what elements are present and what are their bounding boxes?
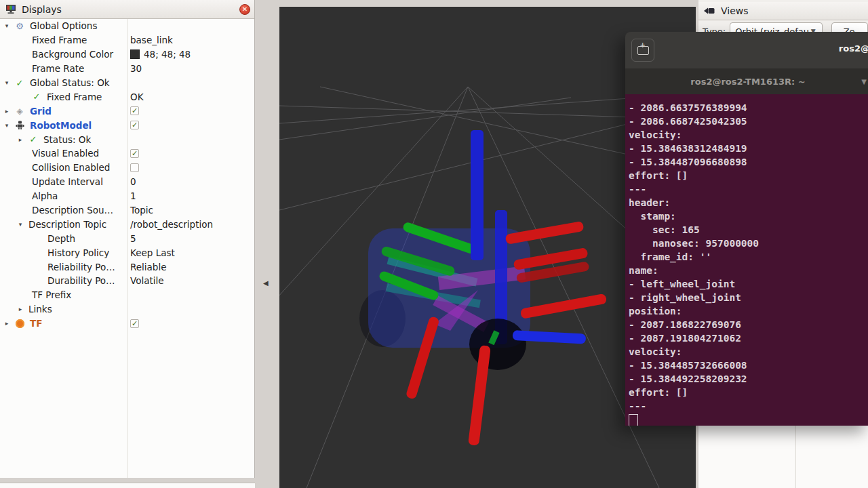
terminal-line: - left_wheel_joint	[629, 277, 868, 291]
property-value[interactable]: base_link	[130, 33, 173, 47]
views-camera-icon	[704, 7, 715, 15]
tree-column-divider[interactable]	[127, 19, 128, 478]
rviz-window: Displays ✕ ⚙ Global Options Fixed Frame …	[0, 0, 868, 488]
property-value[interactable]: /robot_description	[130, 217, 213, 231]
bottom-panel-edge	[0, 483, 255, 488]
expand-arrow-icon[interactable]	[3, 79, 11, 86]
property-name: Status: Ok	[43, 134, 91, 145]
expand-arrow-icon[interactable]	[3, 108, 11, 115]
tf-icon	[14, 319, 26, 328]
terminal-line: frame_id: ''	[629, 250, 868, 264]
property-value[interactable]: 48; 48; 48	[130, 47, 191, 62]
expand-arrow-icon[interactable]	[16, 221, 24, 228]
property-name: Visual Enabled	[32, 148, 99, 159]
property-name: History Policy	[47, 247, 109, 258]
z-axis-blue	[471, 130, 484, 260]
property-name: Fixed Frame	[47, 92, 102, 102]
property-value[interactable]: 30	[130, 62, 142, 76]
panel-gutter	[255, 0, 279, 488]
terminal-line: - 2087.191804271062	[629, 331, 868, 345]
expand-arrow-icon[interactable]	[16, 306, 24, 312]
property-name: Update Interval	[32, 176, 103, 187]
terminal-line: effort: []	[629, 169, 868, 182]
color-swatch	[130, 49, 140, 59]
property-name: Frame Rate	[32, 63, 84, 74]
expand-arrow-icon[interactable]	[3, 122, 11, 129]
property-name: Collision Enabled	[32, 162, 110, 173]
property-name: Fixed Frame	[32, 35, 87, 45]
property-value[interactable]: 5	[130, 231, 136, 245]
terminal-window: ros2@ ros2@ros2-TM1613R: ~ ▼ - 2086.6637…	[625, 32, 868, 426]
terminal-line: stamp:	[629, 209, 868, 223]
right-wheel	[469, 319, 526, 370]
viewport-top-margin	[279, 0, 698, 7]
terminal-line: nanosec: 957000000	[629, 237, 868, 250]
terminal-output[interactable]: - 2086.6637576389994 - 2086.668742504230…	[625, 94, 868, 426]
collision-enabled-checkbox[interactable]	[130, 161, 139, 175]
property-name: TF Prefix	[32, 289, 71, 300]
property-name: Links	[28, 304, 52, 314]
terminal-line: - 15.384485732666008	[629, 359, 868, 372]
property-name: Depth	[47, 233, 75, 244]
visual-enabled-checkbox[interactable]: ✓	[130, 146, 139, 161]
terminal-line: - 15.384487096680898	[629, 155, 868, 169]
views-panel-title: Views	[721, 5, 749, 16]
terminal-line: - 2086.6687425042305	[629, 115, 868, 128]
property-name: Global Options	[30, 20, 97, 31]
new-tab-icon	[637, 46, 649, 55]
horizontal-splitter[interactable]	[0, 478, 255, 483]
property-value[interactable]: Keep Last	[130, 245, 175, 260]
status-ok-check-icon: ✓	[27, 134, 39, 144]
property-value: OK	[130, 89, 143, 104]
enabled-checkbox[interactable]: ✓	[130, 118, 139, 132]
property-name: Durability Po…	[47, 275, 115, 286]
close-panel-icon[interactable]: ✕	[239, 4, 250, 15]
status-ok-check-icon: ✓	[14, 78, 26, 88]
robot-icon	[14, 121, 26, 129]
terminal-line: velocity:	[629, 345, 868, 359]
display-name: Grid	[30, 106, 52, 117]
displays-panel-titlebar[interactable]: Displays ✕	[0, 0, 254, 19]
expand-arrow-icon[interactable]	[3, 22, 11, 29]
gear-icon: ⚙	[14, 21, 26, 31]
terminal-cursor	[629, 414, 638, 426]
property-name: Alpha	[32, 190, 58, 201]
property-value[interactable]: Reliable	[130, 260, 166, 274]
terminal-line: - right_wheel_joint	[629, 291, 868, 304]
status-ok-check-icon: ✓	[31, 92, 43, 102]
terminal-tab-bar[interactable]: ros2@ros2-TM1613R: ~ ▼	[625, 68, 868, 94]
property-name: Global Status: Ok	[30, 77, 110, 88]
display-name: TF	[30, 318, 42, 329]
terminal-tab-title[interactable]: ros2@ros2-TM1613R: ~	[690, 77, 805, 87]
terminal-line: effort: []	[629, 386, 868, 399]
enabled-checkbox[interactable]: ✓	[130, 317, 139, 331]
property-value[interactable]: Topic	[130, 203, 153, 218]
collapse-panel-arrow-icon[interactable]: ◀	[263, 279, 269, 287]
property-value[interactable]: Volatile	[130, 274, 164, 288]
x-axis-red	[505, 221, 585, 245]
new-tab-button[interactable]	[631, 39, 654, 62]
enabled-checkbox[interactable]: ✓	[130, 104, 139, 118]
views-panel-titlebar[interactable]: Views	[698, 2, 868, 20]
property-name: Description Topic	[28, 219, 106, 230]
terminal-line: sec: 165	[629, 223, 868, 237]
property-value[interactable]: 1	[130, 189, 136, 203]
property-value[interactable]: 0	[130, 175, 136, 189]
terminal-line: - 2087.186822769076	[629, 318, 868, 331]
property-name: Description Sou…	[32, 205, 113, 216]
expand-arrow-icon[interactable]	[3, 320, 11, 327]
displays-panel: Displays ✕ ⚙ Global Options Fixed Frame …	[0, 0, 255, 478]
terminal-line: - 2086.6637576389994	[629, 101, 868, 115]
terminal-line: name:	[629, 264, 868, 277]
terminal-line: position:	[629, 304, 868, 318]
chevron-down-icon[interactable]: ▼	[861, 78, 867, 85]
terminal-titlebar[interactable]: ros2@	[625, 32, 868, 68]
property-name: Background Color	[32, 49, 113, 60]
terminal-line: velocity:	[629, 128, 868, 142]
expand-arrow-icon[interactable]	[16, 136, 24, 143]
terminal-line: - 15.384638312484919	[629, 142, 868, 155]
terminal-line: ---	[629, 182, 868, 196]
displays-monitor-icon	[5, 4, 16, 14]
terminal-window-title: ros2@	[839, 43, 868, 54]
terminal-line: header:	[629, 196, 868, 209]
